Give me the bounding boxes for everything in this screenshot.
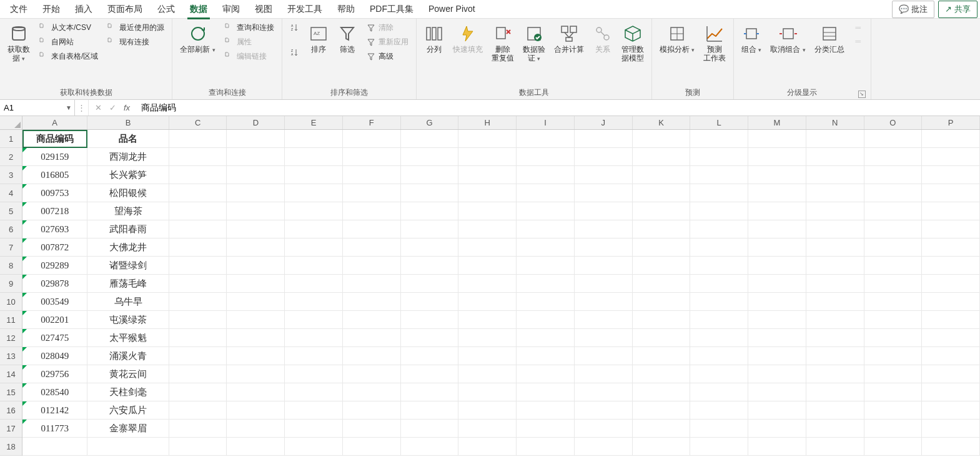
- data-model[interactable]: 管理数 据模型: [619, 21, 646, 66]
- existing-conn[interactable]: 现有连接: [104, 36, 167, 49]
- cell-A14[interactable]: 029756: [22, 365, 87, 383]
- cell-P8[interactable]: [922, 257, 980, 275]
- cell-L8[interactable]: [690, 257, 748, 275]
- cell-J10[interactable]: [575, 293, 633, 311]
- cell-E10[interactable]: [285, 293, 343, 311]
- cell-L15[interactable]: [690, 383, 748, 401]
- cell-D1[interactable]: [227, 130, 285, 148]
- cell-G10[interactable]: [401, 293, 459, 311]
- cell-A17[interactable]: 011773: [22, 420, 87, 438]
- cell-P3[interactable]: [922, 166, 980, 184]
- cell-H14[interactable]: [458, 365, 517, 383]
- cell-I9[interactable]: [517, 275, 575, 293]
- cell-M5[interactable]: [748, 202, 806, 220]
- cell-N5[interactable]: [806, 202, 864, 220]
- cell-E3[interactable]: [285, 166, 343, 184]
- cell-K4[interactable]: [633, 184, 691, 202]
- cell-N17[interactable]: [806, 420, 864, 438]
- cell-J14[interactable]: [575, 365, 633, 383]
- cell-B8[interactable]: 诸暨绿剑: [87, 257, 169, 275]
- col-header-H[interactable]: H: [458, 116, 517, 129]
- cell-O12[interactable]: [864, 329, 923, 347]
- cell-P1[interactable]: [922, 130, 980, 148]
- cell-K17[interactable]: [633, 420, 691, 438]
- cell-J13[interactable]: [575, 347, 633, 365]
- cell-D8[interactable]: [227, 257, 285, 275]
- cell-C3[interactable]: [169, 166, 227, 184]
- cell-B15[interactable]: 天柱剑毫: [87, 383, 169, 401]
- cell-F1[interactable]: [343, 130, 401, 148]
- cell-N8[interactable]: [806, 257, 864, 275]
- cell-L7[interactable]: [690, 238, 748, 257]
- cell-D9[interactable]: [227, 275, 285, 293]
- cell-E5[interactable]: [285, 202, 343, 220]
- menu-tab-Power Pivot[interactable]: Power Pivot: [421, 0, 483, 19]
- menu-tab-开始[interactable]: 开始: [35, 0, 67, 19]
- cell-B11[interactable]: 屯溪绿茶: [87, 311, 169, 329]
- row-header-12[interactable]: 12: [0, 329, 22, 347]
- refresh-all[interactable]: 全部刷新 ▾: [177, 21, 217, 56]
- cell-H6[interactable]: [458, 220, 517, 238]
- cell-G11[interactable]: [401, 311, 459, 329]
- cell-D4[interactable]: [227, 184, 285, 202]
- cancel-formula-icon[interactable]: ✕: [95, 103, 102, 112]
- cell-O7[interactable]: [864, 238, 923, 257]
- cell-I3[interactable]: [517, 166, 575, 184]
- cell-L13[interactable]: [690, 347, 748, 365]
- menu-tab-开发工具[interactable]: 开发工具: [280, 0, 330, 19]
- cell-O10[interactable]: [864, 293, 923, 311]
- col-header-E[interactable]: E: [285, 116, 343, 129]
- cell-C7[interactable]: [169, 238, 227, 257]
- cell-I5[interactable]: [517, 202, 575, 220]
- cell-M12[interactable]: [748, 329, 806, 347]
- cell-E8[interactable]: [285, 257, 343, 275]
- cell-K14[interactable]: [633, 365, 691, 383]
- cell-C16[interactable]: [169, 401, 227, 420]
- select-all-corner[interactable]: [0, 116, 22, 130]
- cell-I7[interactable]: [517, 238, 575, 257]
- cell-G16[interactable]: [401, 401, 459, 420]
- cell-I10[interactable]: [517, 293, 575, 311]
- cell-P9[interactable]: [922, 275, 980, 293]
- cell-A9[interactable]: 029878: [22, 275, 87, 293]
- cell-K11[interactable]: [633, 311, 691, 329]
- cell-H4[interactable]: [458, 184, 517, 202]
- cell-D16[interactable]: [227, 401, 285, 420]
- cell-E11[interactable]: [285, 311, 343, 329]
- text-to-cols[interactable]: 分列: [422, 21, 447, 56]
- cell-P13[interactable]: [922, 347, 980, 365]
- row-header-9[interactable]: 9: [0, 275, 22, 293]
- cell-E1[interactable]: [285, 130, 343, 148]
- cell-J1[interactable]: [575, 130, 633, 148]
- cell-L10[interactable]: [690, 293, 748, 311]
- cell-O14[interactable]: [864, 365, 923, 383]
- cell-I15[interactable]: [517, 383, 575, 401]
- cell-I16[interactable]: [517, 401, 575, 420]
- col-header-N[interactable]: N: [806, 116, 864, 129]
- menu-tab-PDF工具集[interactable]: PDF工具集: [362, 0, 421, 19]
- cell-E13[interactable]: [285, 347, 343, 365]
- data-validation[interactable]: 数据验 证 ▾: [520, 21, 548, 66]
- cell-G2[interactable]: [401, 148, 459, 166]
- cell-B17[interactable]: 金寨翠眉: [87, 420, 169, 438]
- cell-A4[interactable]: 009753: [22, 184, 87, 202]
- cell-J5[interactable]: [575, 202, 633, 220]
- cell-O4[interactable]: [864, 184, 923, 202]
- row-header-8[interactable]: 8: [0, 257, 22, 275]
- cell-C4[interactable]: [169, 184, 227, 202]
- cell-M4[interactable]: [748, 184, 806, 202]
- cell-H16[interactable]: [458, 401, 517, 420]
- cell-B7[interactable]: 大佛龙井: [87, 238, 169, 257]
- cell-L11[interactable]: [690, 311, 748, 329]
- cell-C9[interactable]: [169, 275, 227, 293]
- cell-I14[interactable]: [517, 365, 575, 383]
- row-header-5[interactable]: 5: [0, 202, 22, 220]
- cell-J11[interactable]: [575, 311, 633, 329]
- cell-H9[interactable]: [458, 275, 517, 293]
- cell-F5[interactable]: [343, 202, 401, 220]
- cell-O13[interactable]: [864, 347, 923, 365]
- cell-P5[interactable]: [922, 202, 980, 220]
- cell-F16[interactable]: [343, 401, 401, 420]
- cell-L3[interactable]: [690, 166, 748, 184]
- cell-G18[interactable]: [401, 438, 459, 456]
